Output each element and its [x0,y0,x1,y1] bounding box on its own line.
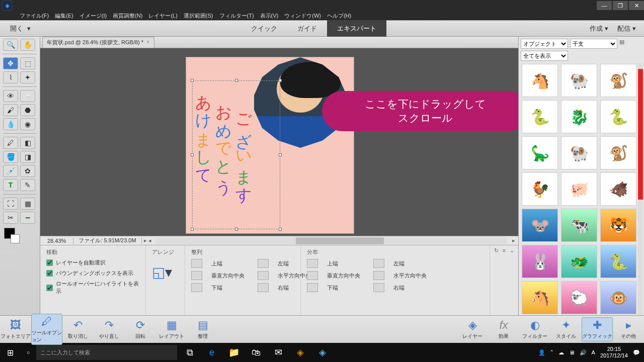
graphic-thumb[interactable]: 🐖 [561,172,597,206]
dist-right-button[interactable] [373,283,384,292]
menu-image[interactable]: イメージ(I) [78,12,108,20]
filters-button[interactable]: ◐フィルター [519,318,550,341]
dist-vcenter-button[interactable] [307,271,318,280]
align-vcenter-button[interactable] [191,271,202,280]
tab-expert[interactable]: エキスパート [327,20,386,37]
canvas-area[interactable]: あけまして おめでとう ございます ここを下にドラッグして スクロール [40,48,518,236]
spot-heal-tool[interactable]: 🩹 [20,90,35,102]
graphics-button[interactable]: ✚グラフィック [582,317,613,341]
dist-hcenter-button[interactable] [373,271,384,280]
graphic-thumb[interactable]: 🐏 [561,64,597,97]
hand-tool[interactable]: ✋ [20,39,35,51]
graphic-thumb[interactable]: 🐰 [522,245,558,278]
bounding-box-checkbox[interactable]: バウンディングボックスを表示 [46,269,139,277]
tool-options-button[interactable]: 🖊ツールオプション [31,314,62,345]
graphic-thumb[interactable]: 🐑 [561,281,597,314]
handle[interactable] [235,79,238,82]
graphic-thumb[interactable]: 🦕 [522,136,558,169]
network-icon[interactable]: 🖥 [569,349,575,355]
organize-button[interactable]: ▤整理 [187,318,218,341]
more-button[interactable]: ▸その他 [613,318,644,341]
app-icon-2[interactable]: ◈ [312,343,333,362]
menu-edit[interactable]: 編集(E) [53,12,75,20]
align-bottom-button[interactable] [191,283,202,292]
tab-close-icon[interactable]: × [146,39,149,46]
start-button[interactable]: ⊞ [0,343,20,362]
eyedropper-tool[interactable]: 💉 [3,165,18,177]
redo-button[interactable]: ↷やり直し [94,318,125,341]
statusbar-arrows[interactable]: ▸ ◂ [141,237,153,244]
menu-window[interactable]: ウィンドウ(W) [283,12,323,20]
share-button[interactable]: 配信 ▾ [614,24,639,33]
crop-tool[interactable]: ⛶ [3,198,18,210]
graphic-thumb[interactable]: 🐗 [600,172,636,206]
explorer-icon[interactable]: 📁 [223,343,245,362]
rollover-highlight-checkbox[interactable]: ロールオーバーにハイライトを表示 [46,280,139,295]
bucket-tool[interactable]: 🪣 [3,151,18,163]
handle[interactable] [191,79,194,82]
menu-adjust[interactable]: 画質調整(N) [111,12,144,20]
quick-select-tool[interactable]: ✦ [20,71,35,83]
options-menu-icon[interactable]: ≡ [503,247,506,313]
document-tab[interactable]: 年賀状.psd @ 28.4% (挨拶文, RGB/8) * × [42,37,154,48]
panel-menu-icon[interactable]: ▤ [619,39,624,49]
handle[interactable] [279,153,282,156]
tab-quick[interactable]: クイック [241,20,287,37]
graphic-thumb[interactable]: 🐍 [522,100,558,133]
mail-icon[interactable]: ✉ [268,343,289,362]
people-icon[interactable]: 👤 [538,349,545,356]
zoom-tool[interactable]: 🔍 [3,39,18,51]
straighten-tool[interactable]: ━ [20,212,35,224]
handle[interactable] [279,228,282,231]
filter-theme-select[interactable]: 干支 [570,39,617,49]
app-icon[interactable]: ◈ [290,343,311,362]
graphic-thumb[interactable]: 🐭 [522,209,558,242]
clock[interactable]: 20:15 2017/12/14 [600,346,628,359]
undo-button[interactable]: ↶取り消し [62,318,94,341]
effects-button[interactable]: fx効果 [488,318,519,341]
taskbar-search[interactable]: ここに入力して検索 [36,345,177,360]
menu-help[interactable]: ヘルプ(H) [326,12,353,20]
graphic-thumb[interactable]: 🐏 [561,136,597,169]
handle[interactable] [279,79,282,82]
redeye-tool[interactable]: 👁 [3,90,18,102]
ime-icon[interactable]: A [592,349,595,355]
graphic-thumb[interactable]: 🐄 [561,209,597,242]
maximize-button[interactable]: ❐ [613,1,628,10]
tray-up-icon[interactable]: ˄ [550,349,553,356]
graphic-thumb[interactable]: 🐵 [600,281,636,314]
scroll-right-icon[interactable]: ▸ [509,237,518,244]
layers-button[interactable]: ◈レイヤー [457,318,488,341]
graphic-thumb[interactable]: 🐉 [561,100,597,133]
graphic-thumb[interactable]: 🐯 [600,209,636,242]
volume-icon[interactable]: 🔊 [580,349,587,356]
dist-bottom-button[interactable] [307,283,318,292]
auto-select-checkbox[interactable]: レイヤーを自動選択 [46,259,139,266]
color-swatches[interactable] [3,226,37,239]
graphic-thumb[interactable]: 🐒 [600,136,636,169]
menu-layer[interactable]: レイヤー(L) [147,12,179,20]
graphic-thumb[interactable]: 🐍 [600,100,636,133]
styles-button[interactable]: ✦スタイル [550,318,582,341]
graphic-thumb[interactable]: 🐴 [522,64,558,97]
onedrive-icon[interactable]: ☁ [558,349,564,356]
zoom-readout[interactable]: 28.43% [40,238,73,244]
graphic-thumb[interactable]: 🐓 [522,172,558,206]
shape-tool[interactable]: ✿ [20,165,35,177]
photo-bin-button[interactable]: 🖼フォトエリア [0,318,31,341]
options-collapse-icon[interactable]: ⌄ [510,247,514,313]
task-view-icon[interactable]: ⧉ [179,343,200,362]
options-reset-icon[interactable]: ↻ [494,247,499,313]
cortana-icon[interactable]: ○ [20,349,36,355]
align-top-button[interactable] [191,259,202,268]
graphic-thumb[interactable]: 🐲 [561,245,597,278]
sponge-tool[interactable]: ◉ [20,118,35,130]
graphic-thumb[interactable]: 🐍 [600,245,636,278]
marquee-tool[interactable]: ⬚ [20,57,35,69]
store-icon[interactable]: 🛍 [246,343,267,362]
recompose-tool[interactable]: ▦ [20,198,35,210]
menu-view[interactable]: 表示(V) [259,12,280,20]
open-button[interactable]: 開く ▾ [0,24,41,33]
text-selection-box[interactable]: あけまして おめでとう ございます [192,80,280,229]
graphics-scrollbar[interactable] [638,63,643,315]
